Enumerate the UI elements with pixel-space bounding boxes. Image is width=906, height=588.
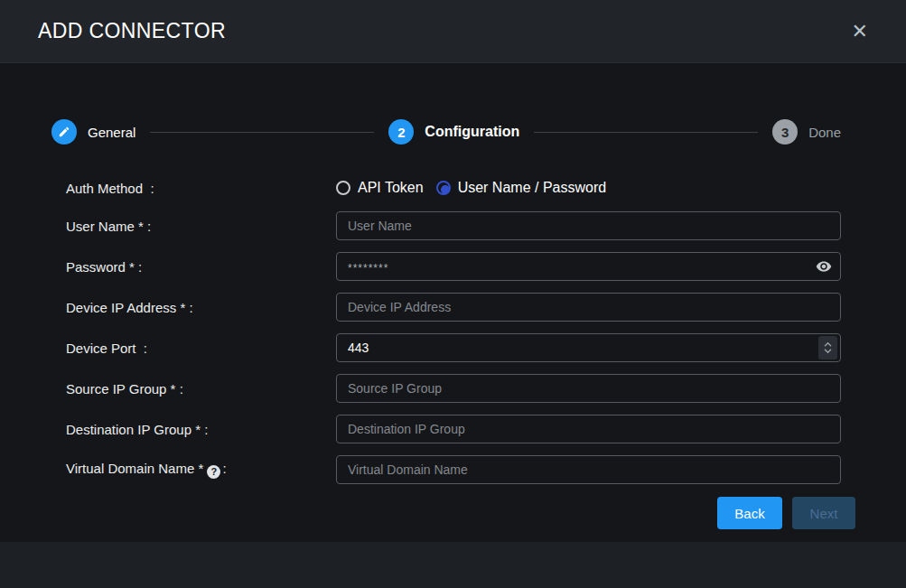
user-name-row: User Name * : bbox=[66, 211, 841, 240]
virtual-domain-row: Virtual Domain Name * ?: bbox=[66, 455, 841, 484]
pencil-icon bbox=[51, 119, 77, 145]
auth-method-options: API Token User Name / Password bbox=[336, 176, 841, 200]
dialog-body: General 2 Configuration 3 Done Auth Meth… bbox=[0, 63, 906, 529]
add-connector-dialog: ADD CONNECTOR ✕ General 2 Configuration … bbox=[0, 0, 906, 588]
device-port-input[interactable] bbox=[336, 333, 841, 362]
radio-api-token[interactable]: API Token bbox=[336, 180, 424, 196]
radio-selected-icon[interactable] bbox=[436, 181, 451, 195]
dialog-title: ADD CONNECTOR bbox=[38, 19, 226, 43]
virtual-domain-input[interactable] bbox=[336, 455, 841, 484]
step-configuration[interactable]: 2 Configuration bbox=[388, 119, 519, 145]
user-name-input[interactable] bbox=[336, 211, 841, 240]
password-label: Password * : bbox=[66, 259, 336, 275]
destination-ip-group-input[interactable] bbox=[336, 415, 841, 443]
auth-method-row: Auth Method : API Token User Name / Pass… bbox=[66, 176, 841, 200]
next-button[interactable]: Next bbox=[792, 497, 855, 529]
auth-method-label: Auth Method : bbox=[66, 181, 336, 196]
radio-api-token-label: API Token bbox=[358, 180, 424, 196]
chevron-down-icon[interactable] bbox=[823, 348, 833, 354]
dialog-footer bbox=[0, 542, 906, 588]
help-icon[interactable]: ? bbox=[207, 465, 220, 479]
device-port-row: Device Port : bbox=[66, 333, 841, 362]
step-3-badge: 3 bbox=[772, 119, 798, 145]
password-input[interactable] bbox=[336, 252, 841, 281]
device-ip-row: Device IP Address * : bbox=[66, 293, 841, 322]
dialog-header: ADD CONNECTOR ✕ bbox=[0, 0, 906, 63]
back-button[interactable]: Back bbox=[717, 497, 782, 529]
step-done: 3 Done bbox=[772, 119, 841, 145]
virtual-domain-label: Virtual Domain Name * ?: bbox=[66, 461, 336, 479]
stepper-divider bbox=[534, 132, 758, 133]
source-ip-group-input[interactable] bbox=[336, 374, 841, 403]
stepper-divider bbox=[150, 132, 374, 133]
radio-unselected-icon[interactable] bbox=[336, 181, 350, 195]
step-done-label: Done bbox=[808, 125, 841, 140]
step-general[interactable]: General bbox=[51, 119, 135, 145]
device-ip-input[interactable] bbox=[336, 293, 841, 322]
device-ip-label: Device IP Address * : bbox=[66, 300, 336, 315]
device-port-label: Device Port : bbox=[66, 341, 336, 356]
step-2-badge: 2 bbox=[388, 119, 414, 145]
source-ip-group-label: Source IP Group * : bbox=[66, 381, 336, 397]
user-name-label: User Name * : bbox=[66, 219, 336, 234]
destination-ip-group-row: Destination IP Group * : bbox=[66, 415, 841, 443]
close-icon[interactable]: ✕ bbox=[848, 18, 872, 45]
connector-form: Auth Method : API Token User Name / Pass… bbox=[51, 176, 841, 529]
radio-username-password[interactable]: User Name / Password bbox=[436, 180, 607, 196]
wizard-stepper: General 2 Configuration 3 Done bbox=[51, 119, 841, 145]
eye-icon[interactable] bbox=[816, 258, 832, 278]
number-stepper[interactable] bbox=[818, 336, 837, 359]
chevron-up-icon[interactable] bbox=[823, 341, 833, 348]
password-row: Password * : bbox=[66, 252, 841, 281]
destination-ip-group-label: Destination IP Group * : bbox=[66, 422, 336, 437]
dialog-actions: Back Next bbox=[66, 497, 855, 529]
radio-username-password-label: User Name / Password bbox=[458, 180, 607, 196]
source-ip-group-row: Source IP Group * : bbox=[66, 374, 841, 403]
step-general-label: General bbox=[88, 125, 135, 140]
step-configuration-label: Configuration bbox=[425, 124, 519, 140]
